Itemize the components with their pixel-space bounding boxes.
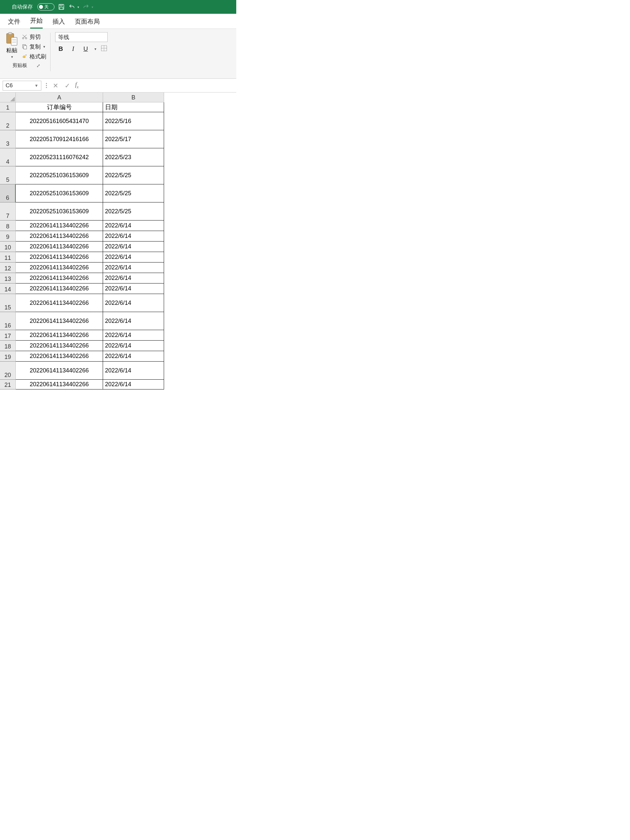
data-cell[interactable]: 2022/6/14 [103,351,164,362]
data-cell[interactable]: 2022/6/14 [103,273,164,284]
row-header[interactable]: 7 [0,202,16,221]
row-header[interactable]: 20 [0,362,16,380]
row-header[interactable]: 12 [0,262,16,273]
row-header[interactable]: 11 [0,252,16,262]
data-cell[interactable]: 2022/6/14 [103,330,164,341]
paste-button[interactable]: 粘贴 ▾ [5,31,18,59]
select-all-corner[interactable] [0,93,16,103]
data-cell[interactable]: 2022/5/25 [103,185,164,202]
data-cell[interactable]: 2022/6/14 [103,341,164,351]
borders-button[interactable] [100,45,107,53]
row-header[interactable]: 21 [0,380,16,390]
data-cell[interactable]: 202206141134402266 [16,362,103,380]
row-header[interactable]: 8 [0,221,16,231]
enter-formula-button[interactable]: ✓ [62,82,73,90]
name-box-dropdown[interactable]: ▼ [35,83,38,88]
row-header[interactable]: 3 [0,130,16,148]
tab-home[interactable]: 开始 [30,16,43,28]
data-cell[interactable]: 202205170912416166 [16,130,103,148]
redo-dropdown[interactable]: ▾ [92,5,93,9]
data-cell[interactable]: 2022/6/14 [103,242,164,252]
copy-button[interactable]: 复制 ▾ [21,42,47,51]
data-cell[interactable]: 2022/6/14 [103,294,164,312]
data-cell[interactable]: 202205251036153609 [16,202,103,221]
undo-icon[interactable] [68,3,76,11]
clipboard-group-label: 剪贴板 [13,62,27,69]
clipboard-dialog-launcher[interactable]: ⤢ [36,63,40,68]
autosave-toggle[interactable]: 关 [38,3,54,11]
data-cell[interactable]: 202206141134402266 [16,284,103,294]
row-header[interactable]: 16 [0,312,16,330]
data-cell[interactable]: 2022/5/23 [103,148,164,166]
row-header[interactable]: 9 [0,231,16,242]
data-cell[interactable]: 202206141134402266 [16,273,103,284]
data-cell[interactable]: 2022/6/14 [103,312,164,330]
data-cell[interactable]: 202206141134402266 [16,262,103,273]
data-cell[interactable]: 202206141134402266 [16,351,103,362]
data-cell[interactable]: 2022/5/16 [103,112,164,130]
row-header[interactable]: 10 [0,242,16,252]
format-painter-button[interactable]: 格式刷 [21,52,47,61]
row-header[interactable]: 1 [0,103,16,112]
formula-bar: C6 ▼ ✕ ✓ fx [0,79,236,93]
data-cell[interactable]: 2022/5/17 [103,130,164,148]
data-cell[interactable]: 202206141134402266 [16,380,103,390]
paste-dropdown[interactable]: ▾ [11,55,13,59]
data-cell[interactable]: 2022/6/14 [103,262,164,273]
svg-rect-2 [60,7,63,9]
row-header[interactable]: 15 [0,294,16,312]
name-box[interactable]: C6 ▼ [3,81,41,90]
row-header[interactable]: 13 [0,273,16,284]
tab-page-layout[interactable]: 页面布局 [75,17,100,28]
column-header-B[interactable]: B [103,93,164,103]
row-header[interactable]: 17 [0,330,16,341]
row-header[interactable]: 4 [0,148,16,166]
data-cell[interactable]: 202205251036153609 [16,185,103,202]
copy-label: 复制 [30,43,41,51]
data-cell[interactable]: 202206141134402266 [16,341,103,351]
row-header[interactable]: 2 [0,112,16,130]
row-header[interactable]: 19 [0,351,16,362]
data-cell[interactable]: 2022/6/14 [103,362,164,380]
redo-icon[interactable] [82,3,90,11]
data-cell[interactable]: 202206141134402266 [16,231,103,242]
data-cell[interactable]: 202206141134402266 [16,252,103,262]
data-cell[interactable]: 2022/6/14 [103,231,164,242]
row-header[interactable]: 6 [0,185,16,202]
data-cell[interactable]: 202206141134402266 [16,312,103,330]
data-cell[interactable]: 202206141134402266 [16,242,103,252]
font-name-input[interactable] [55,32,107,42]
data-cell[interactable]: 202206141134402266 [16,330,103,341]
header-cell[interactable]: 订单编号 [16,103,103,112]
fx-label[interactable]: fx [73,81,79,90]
bold-button[interactable]: B [57,45,65,52]
data-cell[interactable]: 2022/5/25 [103,202,164,221]
data-cell[interactable]: 202205251036153609 [16,166,103,185]
copy-dropdown[interactable]: ▾ [43,45,45,49]
row-header[interactable]: 5 [0,166,16,185]
header-cell[interactable]: 日期 [103,103,164,112]
row-header[interactable]: 18 [0,341,16,351]
worksheet-grid[interactable]: A B 1订单编号日期22022051616054314702022/5/163… [0,93,236,390]
data-cell[interactable]: 2022/6/14 [103,221,164,231]
undo-dropdown[interactable]: ▾ [77,5,79,9]
underline-dropdown[interactable]: ▾ [95,47,96,51]
tab-file[interactable]: 文件 [8,17,21,28]
data-cell[interactable]: 202205231116076242 [16,148,103,166]
column-header-A[interactable]: A [16,93,103,103]
data-cell[interactable]: 202206141134402266 [16,294,103,312]
tab-insert[interactable]: 插入 [52,17,65,28]
data-cell[interactable]: 2022/6/14 [103,284,164,294]
italic-button[interactable]: I [69,45,77,52]
save-icon[interactable] [58,3,65,11]
brush-icon [22,54,28,59]
underline-button[interactable]: U [81,45,90,52]
data-cell[interactable]: 202205161605431470 [16,112,103,130]
data-cell[interactable]: 2022/5/25 [103,166,164,185]
row-header[interactable]: 14 [0,284,16,294]
cancel-formula-button[interactable]: ✕ [49,82,62,90]
data-cell[interactable]: 2022/6/14 [103,252,164,262]
data-cell[interactable]: 2022/6/14 [103,380,164,390]
cut-button[interactable]: 剪切 [21,32,47,41]
data-cell[interactable]: 202206141134402266 [16,221,103,231]
